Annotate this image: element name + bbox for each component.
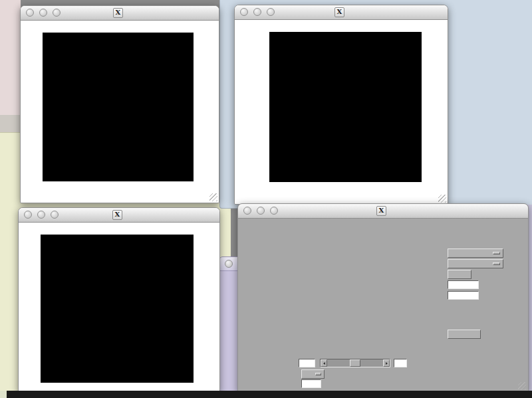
dropdown-handle-icon [493,252,500,254]
slice-dimension-dropdown[interactable] [301,369,325,379]
slice-dimension-row [243,369,325,379]
figure-canvas-area [21,21,219,203]
dropdown-handle-icon [493,262,500,265]
window-title: X [112,210,126,220]
window-controls[interactable] [243,207,278,215]
slider-thumb[interactable] [350,359,360,367]
slice-step-field[interactable] [394,359,407,367]
slice-field[interactable] [299,359,315,367]
minimize-button[interactable] [39,9,47,17]
window-title: X [113,8,126,18]
background-window-corner [0,391,7,398]
zoom-button[interactable] [267,8,275,16]
redraw-button[interactable] [448,330,481,339]
s-step-field[interactable] [448,291,479,300]
zoom-button[interactable] [51,211,59,219]
minimize-button[interactable] [257,207,265,215]
x11-icon: X [334,7,344,17]
mri-slice-image[interactable] [269,32,422,182]
close-button[interactable] [24,211,32,219]
figure-axes-title [235,22,422,31]
window-title: X [334,7,348,17]
minimize-button[interactable] [253,8,261,16]
figure-titlebar[interactable]: X [235,5,448,20]
x11-icon: X [376,206,386,216]
resize-grip[interactable] [438,195,446,203]
s-step-row [344,291,479,300]
figure-6-window: X [234,5,448,205]
zoom-button[interactable] [53,9,61,17]
slider-right-arrow-icon[interactable] [383,359,390,367]
render-row [344,330,481,339]
figure-canvas-area [19,223,219,392]
tr-step-row [344,280,479,289]
close-button[interactable] [240,8,248,16]
x11-icon: X [112,210,122,220]
overlay-mode-row [344,259,503,268]
figure-axes-title [19,225,194,234]
minimize-button[interactable] [37,211,45,219]
interpolation-dropdown[interactable] [448,249,503,258]
panel-body [238,219,528,392]
mri-slice-image[interactable] [43,33,194,181]
figure-titlebar[interactable]: X [19,208,219,223]
figure-axes-title [21,23,194,32]
figure-5-window: X [20,5,219,203]
overlay-main-button[interactable] [448,270,471,279]
bottom-dock-bar [7,391,532,398]
slice-slider[interactable] [320,359,390,367]
resize-grip[interactable] [209,193,217,201]
mri-slice-image[interactable] [41,235,194,383]
window-controls[interactable] [24,211,59,219]
resize-grip[interactable] [518,382,526,390]
overlay-mode-dropdown[interactable] [448,259,503,268]
slider-left-arrow-icon[interactable] [321,359,327,367]
panel-titlebar[interactable]: X [238,204,528,219]
background-window-pink[interactable] [0,0,21,115]
close-button[interactable] [225,260,233,268]
tr-step-field[interactable] [448,280,479,289]
overlay-main-row [344,270,471,279]
window-controls[interactable] [26,9,61,17]
figure-canvas-area [235,20,448,204]
window-controls[interactable] [240,8,275,16]
figure-titlebar[interactable]: X [21,6,219,21]
background-window-gray[interactable] [0,115,21,132]
x11-icon: X [113,8,123,18]
close-button[interactable] [243,207,251,215]
zoom-button[interactable] [270,207,278,215]
slice-average-field[interactable] [301,379,321,388]
desktop: { "background": { "left_pink_fragment": … [0,0,532,398]
slice-average-row [243,379,321,388]
interpolation-row [344,249,503,258]
window-title: X [376,206,390,216]
close-button[interactable] [26,9,34,17]
alignvolumedata-window: X [237,203,529,393]
figure-4-window: X [18,207,220,393]
dropdown-handle-icon [315,373,321,375]
slice-row [243,359,407,367]
